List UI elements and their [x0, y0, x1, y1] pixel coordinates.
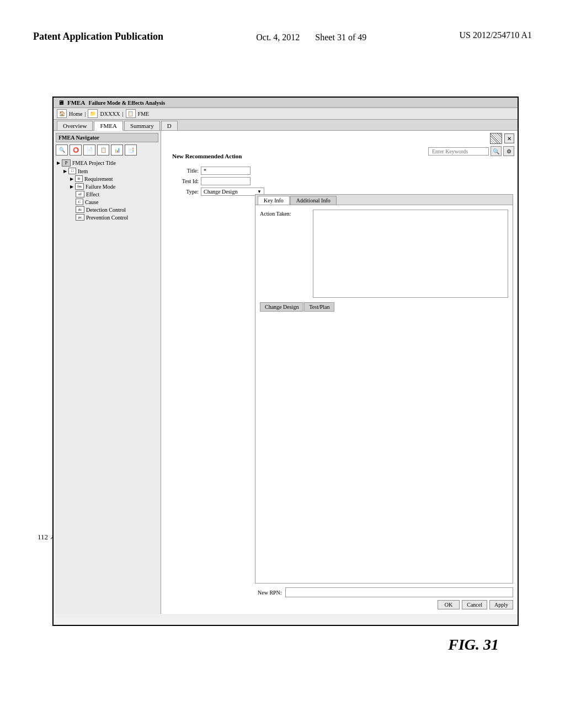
type-row: Type: Change Design ▼	[172, 188, 264, 196]
close-icon-btn[interactable]: ✕	[504, 133, 514, 143]
tree-item-fm[interactable]: ▶ fm Failure Mode	[56, 183, 158, 190]
main-content: FMEA Navigator 🔍 ⭕ 📄 📋 📊 📑 ▶ P FMEA Proj…	[54, 131, 518, 614]
cancel-button[interactable]: Cancel	[462, 600, 487, 609]
inner-tab-bar: Key Info Additional Info	[255, 195, 513, 205]
fme-icon[interactable]: 📋	[126, 109, 136, 118]
navigator-panel: FMEA Navigator 🔍 ⭕ 📄 📋 📊 📑 ▶ P FMEA Proj…	[54, 131, 161, 614]
tree-arrow-item: ▶	[63, 169, 67, 174]
test-id-row: Test Id:	[172, 177, 264, 185]
nav-icon-2[interactable]: ⭕	[70, 144, 82, 156]
test-id-input[interactable]	[201, 177, 250, 185]
app-titlebar: 🖥 FMEA Failure Mode & Effects Analysis	[54, 98, 518, 108]
tree-item-item[interactable]: ▶ □ Item	[56, 167, 158, 175]
tree-item-detection[interactable]: dc Detection Control	[56, 206, 158, 213]
nav-icon-3[interactable]: 📄	[83, 144, 95, 156]
navigator-title: FMEA Navigator	[56, 133, 158, 142]
tree-arrow-0: ▶	[57, 160, 60, 165]
settings-button[interactable]: ⚙	[503, 146, 514, 156]
tree-arrow-req: ▶	[70, 176, 73, 181]
type-value: Change Design	[204, 189, 237, 195]
bitmap-icon-btn[interactable]	[490, 133, 502, 144]
header-center: Oct. 4, 2012 Sheet 31 of 49	[256, 30, 366, 45]
tree-label-project: FMEA Project Title	[72, 160, 116, 166]
search-button[interactable]: 🔍	[491, 146, 502, 156]
fme-label: FME	[138, 111, 150, 117]
tree-icon-fm: fm	[75, 183, 84, 190]
tree-label-prevention: Prevention Control	[86, 215, 128, 221]
tree-item-prevention[interactable]: pc Prevention Control	[56, 213, 158, 221]
title-row: Title:	[172, 167, 264, 175]
action-taken-label: Action Taken:	[260, 210, 310, 217]
tree-root: ▶ P FMEA Project Title ▶ □ Item ▶ R Requ…	[56, 159, 158, 221]
tree-arrow-fm: ▶	[70, 184, 73, 189]
publication-date: Oct. 4, 2012	[256, 33, 300, 42]
publication-title: Patent Application Publication	[33, 30, 163, 43]
sheet-number: Sheet 31 of 49	[315, 33, 366, 42]
nav-icon-4[interactable]: 📋	[97, 144, 109, 156]
test-id-label: Test Id:	[172, 178, 199, 184]
nav-icon-5[interactable]: 📊	[111, 144, 123, 156]
top-right-area: ✕	[490, 133, 514, 144]
app-window: 🖥 FMEA Failure Mode & Effects Analysis 🏠…	[52, 97, 519, 626]
dxxxx-label: DXXXX	[100, 111, 120, 117]
tab-overview[interactable]: Overview	[57, 121, 93, 130]
tab-key-info[interactable]: Key Info	[258, 196, 290, 205]
bottom-actions: OK Cancel Apply	[438, 600, 513, 609]
nav-toolbar: 🔍 ⭕ 📄 📋 📊 📑	[56, 144, 158, 156]
tree-icon-prevention: pc	[76, 214, 84, 221]
tree-label-fm: Failure Mode	[86, 184, 115, 190]
tab-additional-info[interactable]: Additional Info	[290, 196, 337, 205]
nav-icon-1[interactable]: 🔍	[56, 144, 68, 156]
patent-number: US 2012/254710 A1	[459, 30, 532, 40]
search-input[interactable]	[428, 147, 489, 156]
page-header: Patent Application Publication Oct. 4, 2…	[0, 30, 565, 45]
pipe-sep1: |	[84, 111, 86, 117]
tree-label-item: Item	[78, 168, 88, 174]
figure-label: FIG. 31	[448, 636, 499, 654]
type-label: Type:	[172, 189, 199, 195]
tree-label-req: Requirement	[84, 176, 113, 182]
tree-item-cause[interactable]: C Cause	[56, 198, 158, 206]
action-taken-textarea[interactable]	[313, 210, 508, 298]
search-bar: 🔍 ⚙	[428, 146, 514, 156]
home-label: Home	[69, 111, 82, 117]
new-rpn-input[interactable]	[285, 587, 513, 597]
inner-panel-content: Action Taken: Change Design Test/Plan	[255, 205, 513, 578]
tree-icon-item: □	[68, 168, 76, 174]
tree-label-effect: Effect	[86, 191, 99, 197]
tree-item-req[interactable]: ▶ R Requirement	[56, 175, 158, 183]
title-input[interactable]	[201, 167, 250, 175]
home-icon-btn[interactable]: 🏠	[57, 109, 67, 118]
new-rpn-row: New RPN:	[258, 587, 513, 597]
ok-button[interactable]: OK	[438, 600, 460, 609]
new-rpn-label: New RPN:	[258, 590, 282, 596]
tree-icon-project: P	[62, 159, 71, 167]
app-icon: 🖥	[58, 99, 64, 106]
app-title-main: FMEA	[67, 99, 85, 106]
apply-button[interactable]: Apply	[489, 600, 513, 609]
pipe-sep2: |	[122, 111, 124, 117]
tab-summary[interactable]: Summary	[124, 121, 160, 130]
subtab-test-plan[interactable]: Test/Plan	[304, 302, 334, 312]
subtab-change-design[interactable]: Change Design	[260, 302, 303, 312]
tree-item-effect[interactable]: ef Effect	[56, 190, 158, 198]
tab-bar: Overview FMEA Summary D	[54, 120, 518, 131]
right-panel: ✕ 🔍 ⚙ New Recommended Action Title: Test…	[161, 131, 518, 614]
type-dropdown-arrow: ▼	[257, 189, 262, 194]
tree-label-detection: Detection Control	[86, 207, 126, 213]
title-form-label: Title:	[172, 168, 199, 174]
nav-icon-6[interactable]: 📑	[125, 144, 137, 156]
tree-icon-req: R	[75, 175, 83, 182]
toolbar-row: 🏠 Home | 📁 DXXXX | 📋 FME	[54, 108, 518, 120]
tab-fmea[interactable]: FMEA	[94, 121, 123, 131]
inner-subtab-bar: Change Design Test/Plan	[260, 302, 508, 312]
form-fields: Title: Test Id: Type: Change Design ▼	[172, 167, 264, 198]
tree-label-cause: Cause	[85, 199, 98, 205]
tab-d[interactable]: D	[161, 121, 178, 130]
folder-icon[interactable]: 📁	[88, 109, 98, 118]
tree-item-fmea-project[interactable]: ▶ P FMEA Project Title	[56, 159, 158, 167]
rec-action-label: New Recommended Action	[172, 153, 242, 159]
tree-icon-effect: ef	[76, 191, 84, 197]
action-taken-row: Action Taken:	[260, 210, 508, 298]
tree-icon-cause: C	[76, 199, 83, 205]
